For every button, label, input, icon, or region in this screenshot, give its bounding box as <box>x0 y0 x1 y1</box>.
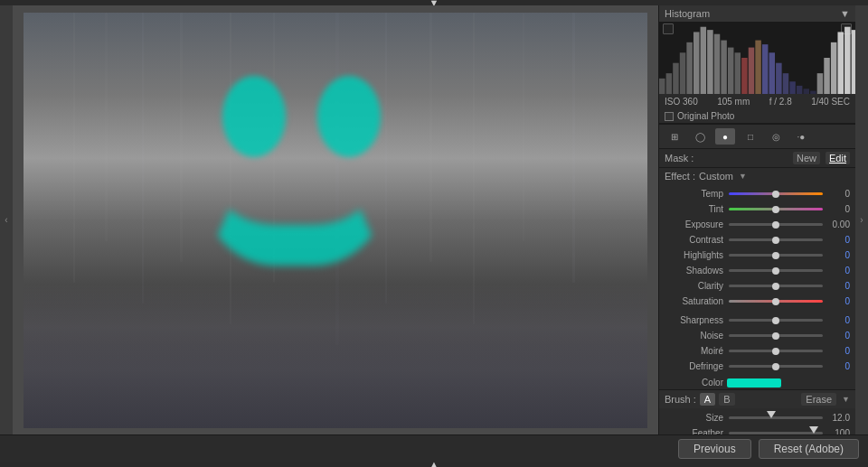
mask-edit-button[interactable]: Edit <box>826 152 850 164</box>
effect-value: Custom <box>699 171 733 182</box>
svg-rect-18 <box>783 73 789 94</box>
smiley-mouth <box>204 193 385 266</box>
saturation-value: 0 <box>825 296 850 306</box>
tint-value: 0 <box>825 204 850 214</box>
temp-label: Temp <box>665 189 723 199</box>
brush-dropdown-arrow[interactable]: ▼ <box>842 395 850 404</box>
svg-rect-1 <box>666 73 673 94</box>
highlights-slider[interactable] <box>729 254 823 257</box>
tint-slider[interactable] <box>729 208 823 210</box>
svg-rect-21 <box>803 89 809 94</box>
svg-rect-15 <box>762 44 769 94</box>
feather-value: 100 <box>825 428 850 434</box>
slider-row-moire: Moiré 0 <box>659 343 855 359</box>
svg-rect-0 <box>659 79 665 94</box>
svg-rect-16 <box>769 52 776 94</box>
tool-circle-icon[interactable]: ◎ <box>766 128 786 145</box>
exposure-value: 0.00 <box>825 219 850 229</box>
sliders-group1: Temp 0 Tint 0 Exposure 0.00 <box>659 184 855 311</box>
slider-row-sharpness: Sharpness 0 <box>659 313 855 328</box>
photo-container <box>24 13 647 428</box>
size-slider[interactable] <box>729 416 823 419</box>
mask-buttons: New Edit <box>793 152 850 164</box>
svg-rect-26 <box>837 32 844 94</box>
bottom-arrow-icon: ▲ <box>429 459 439 467</box>
moire-value: 0 <box>825 346 850 356</box>
mask-new-button[interactable]: New <box>793 152 820 164</box>
smiley-eye-left <box>222 76 286 157</box>
histogram-section: Histogram ▼ <box>659 5 855 124</box>
tool-brush-icon[interactable]: ● <box>715 128 735 145</box>
size-value: 12.0 <box>825 413 850 423</box>
brush-label: Brush : <box>665 394 696 405</box>
contrast-value: 0 <box>825 235 850 245</box>
noise-slider[interactable] <box>729 334 823 337</box>
svg-rect-11 <box>735 52 741 94</box>
original-photo-row: Original Photo <box>659 109 855 123</box>
slider-row-feather: Feather 100 <box>659 425 855 434</box>
tool-rect-icon[interactable]: □ <box>741 128 760 145</box>
color-swatch[interactable] <box>727 378 781 388</box>
svg-rect-28 <box>852 30 855 94</box>
histogram-chart <box>659 22 855 94</box>
previous-button[interactable]: Previous <box>678 439 751 459</box>
svg-rect-13 <box>749 48 755 94</box>
clarity-slider[interactable] <box>729 285 823 287</box>
brush-erase-button[interactable]: Erase <box>801 393 836 406</box>
histogram-canvas <box>659 22 855 94</box>
right-nav-arrow[interactable]: › <box>855 5 868 434</box>
original-photo-checkbox[interactable] <box>665 112 674 121</box>
contrast-slider[interactable] <box>729 238 823 241</box>
brush-tab-b[interactable]: B <box>719 393 734 406</box>
reset-adobe-button[interactable]: Reset (Adobe) <box>759 439 859 459</box>
shadows-label: Shadows <box>665 266 723 276</box>
sharpness-slider[interactable] <box>729 319 823 322</box>
footer: Previous Reset (Adobe) <box>0 434 868 462</box>
noise-value: 0 <box>825 331 850 341</box>
histogram-arrow-icon[interactable]: ▼ <box>840 8 850 19</box>
sharpness-value: 0 <box>825 315 850 325</box>
svg-rect-9 <box>721 41 727 94</box>
tool-grid-icon[interactable]: ⊞ <box>665 128 684 145</box>
effect-dropdown-arrow[interactable]: ▼ <box>739 172 747 181</box>
svg-rect-2 <box>673 63 679 94</box>
slider-row-temp: Temp 0 <box>659 186 855 201</box>
camera-info: ISO 360 105 mm f / 2.8 1/40 SEC <box>659 94 855 109</box>
defringe-slider[interactable] <box>729 365 823 368</box>
iso-value: ISO 360 <box>665 97 698 107</box>
svg-rect-8 <box>714 34 721 94</box>
size-label: Size <box>665 413 723 423</box>
brush-tab-a[interactable]: A <box>700 393 715 406</box>
tint-label: Tint <box>665 204 723 214</box>
brush-header: Brush : A B Erase ▼ <box>659 389 855 408</box>
left-nav-arrow[interactable]: ‹ <box>0 5 13 434</box>
sliders-group2: Sharpness 0 Noise 0 Moiré 0 <box>659 311 855 376</box>
right-arrow-icon: › <box>860 215 863 225</box>
clarity-value: 0 <box>825 281 850 291</box>
svg-rect-4 <box>686 42 693 94</box>
moire-slider[interactable] <box>729 350 823 352</box>
bottom-bar: ▲ <box>0 462 868 467</box>
moire-label: Moiré <box>665 346 723 356</box>
highlights-value: 0 <box>825 250 850 260</box>
tool-radial-icon[interactable]: ◯ <box>690 128 710 145</box>
tool-dot-icon[interactable]: ·● <box>791 128 811 145</box>
svg-rect-14 <box>755 41 761 94</box>
exposure-slider[interactable] <box>729 223 823 226</box>
main-area: ‹ <box>0 5 868 434</box>
color-label: Color <box>665 378 723 388</box>
saturation-slider[interactable] <box>729 300 823 303</box>
original-photo-label: Original Photo <box>677 111 734 121</box>
temp-slider[interactable] <box>729 192 823 195</box>
photo-background <box>24 13 647 428</box>
shadows-slider[interactable] <box>729 269 823 272</box>
clarity-label: Clarity <box>665 281 723 291</box>
defringe-value: 0 <box>825 361 850 371</box>
feather-slider[interactable] <box>729 432 823 434</box>
histogram-header: Histogram ▼ <box>659 5 855 22</box>
svg-rect-10 <box>728 48 734 94</box>
tool-icons-row: ⊞ ◯ ● □ ◎ ·● <box>659 124 855 149</box>
aperture-value: f / 2.8 <box>769 97 792 107</box>
effect-label: Effect : <box>665 171 695 182</box>
slider-row-tint: Tint 0 <box>659 201 855 217</box>
